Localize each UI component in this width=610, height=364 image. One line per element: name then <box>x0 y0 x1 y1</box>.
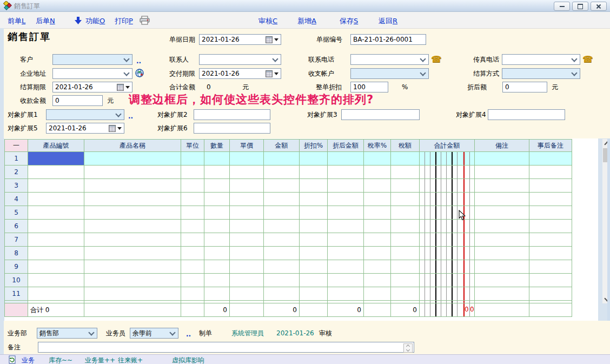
grid-cell[interactable] <box>391 287 420 301</box>
dept-combo[interactable]: 銷售部 <box>37 328 97 339</box>
grid-cell[interactable] <box>230 206 264 220</box>
grid-cell[interactable] <box>364 260 391 274</box>
grid-cell[interactable] <box>84 220 181 233</box>
grid-cell[interactable] <box>475 233 529 247</box>
col-header[interactable]: 折后金額 <box>328 140 364 152</box>
grid-cell[interactable] <box>204 220 230 233</box>
grid-cell[interactable] <box>84 206 181 220</box>
grid-cell[interactable] <box>364 166 391 179</box>
grid-cell[interactable] <box>420 166 475 179</box>
grid-cell[interactable] <box>364 220 391 233</box>
address-combo[interactable] <box>52 68 132 79</box>
grid-cell[interactable] <box>391 233 420 247</box>
grid-cell[interactable] <box>84 260 181 274</box>
grid-cell[interactable] <box>391 247 420 260</box>
grid-cell[interactable] <box>264 220 300 233</box>
grid-cell[interactable] <box>204 287 230 301</box>
col-header[interactable]: 稅額 <box>391 140 420 152</box>
settle-method-combo[interactable] <box>502 68 580 79</box>
grid-cell[interactable] <box>420 260 475 274</box>
grid-cell[interactable] <box>391 260 420 274</box>
grid-cell[interactable] <box>300 193 328 206</box>
grid-cell[interactable] <box>28 152 84 166</box>
delivery-term-field[interactable]: 2021-01-26 <box>199 68 281 79</box>
grid-cell[interactable] <box>475 166 529 179</box>
remark-input[interactable] <box>38 342 414 353</box>
grid-cell[interactable] <box>420 152 475 166</box>
minimize-button[interactable] <box>554 2 570 11</box>
toolbar-return-button[interactable]: 返回R <box>379 16 397 26</box>
contact-combo[interactable] <box>199 54 281 65</box>
grid-cell[interactable] <box>391 179 420 193</box>
globe-icon[interactable] <box>135 69 144 77</box>
grid-cell[interactable] <box>230 152 264 166</box>
grid-cell[interactable] <box>264 206 300 220</box>
grid-cell[interactable] <box>204 274 230 287</box>
grid-cell[interactable] <box>420 274 475 287</box>
ext1-more-button[interactable]: .. <box>128 114 133 119</box>
grid-cell[interactable] <box>328 287 364 301</box>
grid-cell[interactable] <box>529 220 572 233</box>
grid-cell[interactable] <box>84 179 181 193</box>
grid-cell[interactable] <box>300 260 328 274</box>
col-header[interactable]: 單位 <box>181 140 204 152</box>
grid-cell[interactable] <box>230 247 264 260</box>
grid-cell[interactable] <box>28 220 84 233</box>
received-amount-input[interactable]: 0 <box>52 95 103 106</box>
grid-cell[interactable] <box>84 152 181 166</box>
grid-cell[interactable] <box>529 233 572 247</box>
grid-cell[interactable] <box>84 287 181 301</box>
grid-cell[interactable] <box>28 193 84 206</box>
grid-cell[interactable] <box>300 152 328 166</box>
row-number[interactable]: 8 <box>5 247 28 260</box>
grid-cell[interactable] <box>300 220 328 233</box>
grid-cell[interactable] <box>529 152 572 166</box>
grid-cell[interactable] <box>529 166 572 179</box>
contact-phone-combo[interactable] <box>350 54 429 65</box>
grid-cell[interactable] <box>84 166 181 179</box>
grid-cell[interactable] <box>300 287 328 301</box>
grid-cell[interactable] <box>300 233 328 247</box>
grid-cell[interactable] <box>364 274 391 287</box>
printer-icon[interactable] <box>140 16 150 25</box>
grid-cell[interactable] <box>328 193 364 206</box>
customer-combo[interactable] <box>52 54 132 65</box>
grid-cell[interactable] <box>364 152 391 166</box>
grid-cell[interactable] <box>475 260 529 274</box>
grid-cell[interactable] <box>420 193 475 206</box>
grid-cell[interactable] <box>230 179 264 193</box>
grid-cell[interactable] <box>28 287 84 301</box>
col-header[interactable]: 數量 <box>204 140 230 152</box>
row-number[interactable]: 5 <box>5 206 28 220</box>
down-arrow-icon[interactable] <box>75 17 82 24</box>
calendar-dropdown-icon[interactable] <box>266 70 279 77</box>
grid-cell[interactable] <box>181 260 204 274</box>
grid-cell[interactable] <box>84 233 181 247</box>
grid-cell[interactable] <box>28 260 84 274</box>
fax-phone-combo[interactable] <box>502 54 580 65</box>
grid-cell[interactable] <box>300 274 328 287</box>
grid-cell[interactable] <box>529 206 572 220</box>
grid-cell[interactable] <box>475 287 529 301</box>
row-number[interactable]: 7 <box>5 233 28 247</box>
grid-cell[interactable] <box>391 152 420 166</box>
grid-cell[interactable] <box>28 166 84 179</box>
close-button[interactable] <box>591 2 607 11</box>
status-virtual-stock-link[interactable]: 虚拟库影响 <box>172 356 204 364</box>
grid-cell[interactable] <box>264 287 300 301</box>
grid-cell[interactable] <box>181 247 204 260</box>
grid-cell[interactable] <box>391 166 420 179</box>
remark-spinner[interactable] <box>403 343 413 353</box>
grid-cell[interactable] <box>364 206 391 220</box>
doc-no-input[interactable]: BA-21-01-26-0001 <box>350 34 426 45</box>
grid-cell[interactable] <box>264 193 300 206</box>
grid-cell[interactable] <box>230 233 264 247</box>
settle-term-field[interactable]: 2021-01-26 <box>52 82 132 92</box>
col-header[interactable]: 備注 <box>475 140 529 152</box>
toolbar-print-button[interactable]: 打印P <box>115 16 133 26</box>
corner-header[interactable]: 一 <box>5 140 28 152</box>
grid-cell[interactable] <box>475 206 529 220</box>
status-account-link[interactable]: 往来账+ <box>118 356 143 364</box>
grid-cell[interactable] <box>475 179 529 193</box>
grid-cell[interactable] <box>204 179 230 193</box>
